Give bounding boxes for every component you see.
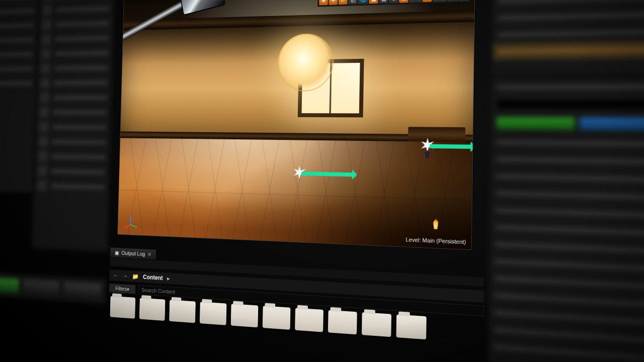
level-viewport[interactable]: Level: Main (Persistent) ▾ Perspective L… — [117, 0, 475, 250]
folder-item[interactable] — [231, 304, 259, 327]
camera-speed-button[interactable]: 📷 — [448, 0, 458, 2]
folder-item[interactable] — [362, 312, 391, 337]
terminal-icon: ▣ — [115, 249, 119, 256]
rotate-mode-button[interactable]: ⟳ — [339, 0, 348, 5]
folder-item[interactable] — [139, 298, 166, 321]
world-outliner-panel — [492, 0, 644, 74]
nav-back-button[interactable]: ← — [113, 272, 119, 279]
folder-item[interactable] — [295, 308, 324, 332]
details-panel — [488, 77, 644, 362]
folder-icon: 📁 — [132, 273, 138, 280]
folder-item[interactable] — [263, 306, 291, 330]
folder-item[interactable] — [328, 310, 357, 335]
place-actors-list — [32, 0, 114, 251]
angle-snap-button[interactable]: △ — [399, 0, 409, 3]
svg-line-18 — [130, 225, 137, 228]
angle-snap-value[interactable]: 10° — [410, 0, 422, 3]
grid-snap-value[interactable]: 1 — [389, 0, 398, 3]
close-icon[interactable]: ✕ — [147, 251, 151, 257]
maximize-viewport-button[interactable]: ▣ — [459, 0, 469, 1]
svg-line-19 — [125, 224, 131, 228]
folder-item[interactable] — [396, 314, 426, 339]
axis-gizmo — [122, 212, 139, 230]
svg-line-17 — [130, 215, 131, 225]
scale-snap-button[interactable]: ⤢ — [422, 0, 432, 2]
coord-space-button[interactable]: 🌐 — [358, 0, 368, 4]
nav-fwd-button[interactable]: → — [123, 273, 128, 280]
folder-item[interactable] — [110, 296, 136, 319]
translate-mode-button[interactable]: ✢ — [329, 0, 338, 5]
breadcrumb-root[interactable]: Content — [143, 274, 163, 282]
viewport-scene: Level: Main (Persistent) — [118, 0, 475, 249]
place-actors-panel — [0, 0, 39, 192]
grid-snap-button[interactable]: ▤ — [379, 0, 388, 4]
surface-snap-button[interactable]: ▦ — [369, 0, 378, 4]
scale-mode-button[interactable]: ◱ — [349, 0, 358, 5]
filters-button[interactable]: Filters ▾ — [109, 283, 135, 294]
folder-item[interactable] — [200, 302, 227, 325]
folder-item[interactable] — [169, 300, 196, 323]
scale-snap-value[interactable]: 0.25 — [433, 0, 447, 2]
select-mode-button[interactable]: ✥ — [319, 0, 329, 5]
